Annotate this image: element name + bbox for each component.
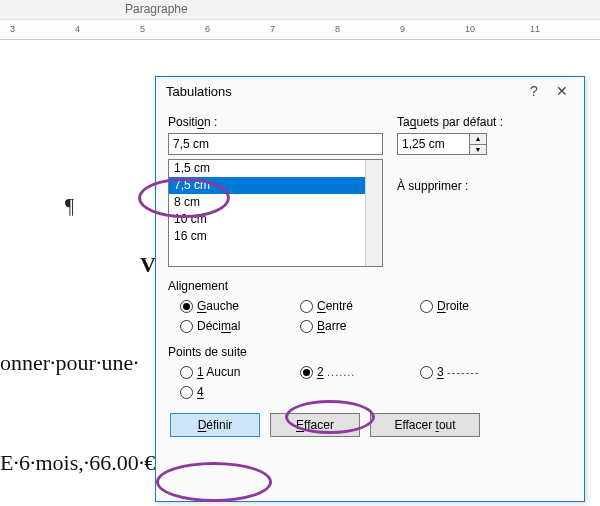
ribbon: Paragraphe bbox=[0, 0, 600, 20]
ruler-tick: 6 bbox=[205, 24, 210, 34]
clear-all-button[interactable]: Effacer tout bbox=[370, 413, 480, 437]
list-item[interactable]: 10 cm bbox=[169, 211, 382, 228]
ruler-tick: 9 bbox=[400, 24, 405, 34]
clear-button[interactable]: Effacer bbox=[270, 413, 360, 437]
spinner-down-button[interactable]: ▼ bbox=[470, 145, 486, 155]
leader-section-label: Points de suite bbox=[168, 345, 572, 359]
position-input[interactable] bbox=[168, 133, 383, 155]
radio-icon bbox=[180, 300, 193, 313]
leader-dots-radio[interactable]: 2 ....... bbox=[300, 365, 410, 379]
align-decimal-radio[interactable]: Décimal bbox=[180, 319, 290, 333]
position-listbox[interactable]: 1,5 cm 7,5 cm 8 cm 10 cm 16 cm bbox=[168, 159, 383, 267]
spinner-up-button[interactable]: ▲ bbox=[470, 134, 486, 145]
ruler-tick: 8 bbox=[335, 24, 340, 34]
default-tab-label: Taquets par défaut : bbox=[397, 115, 572, 129]
align-left-radio[interactable]: Gauche bbox=[180, 299, 290, 313]
list-item[interactable]: 1,5 cm bbox=[169, 160, 382, 177]
listbox-scrollbar[interactable] bbox=[365, 160, 382, 266]
doc-text-fragment: onner·pour·une· bbox=[0, 350, 139, 376]
dialog-titlebar[interactable]: Tabulations ? ✕ bbox=[156, 77, 584, 105]
leader-dashes-radio[interactable]: 3 ------- bbox=[420, 365, 530, 379]
alignment-section-label: Alignement bbox=[168, 279, 572, 293]
ruler-tick: 7 bbox=[270, 24, 275, 34]
list-item[interactable]: 7,5 cm bbox=[169, 177, 382, 194]
position-label: Position : bbox=[168, 115, 383, 129]
radio-icon bbox=[300, 320, 313, 333]
tabulations-dialog: Tabulations ? ✕ Position : 1,5 cm 7,5 cm… bbox=[155, 76, 585, 502]
default-tab-input[interactable] bbox=[397, 133, 469, 155]
ruler-tick: 5 bbox=[140, 24, 145, 34]
help-button[interactable]: ? bbox=[520, 83, 548, 99]
ruler-tick: 4 bbox=[75, 24, 80, 34]
close-button[interactable]: ✕ bbox=[548, 83, 576, 99]
list-item[interactable]: 8 cm bbox=[169, 194, 382, 211]
leader-none-radio[interactable]: 1 Aucun bbox=[180, 365, 290, 379]
ribbon-group-paragraph: Paragraphe bbox=[125, 2, 188, 16]
ruler-tick: 11 bbox=[530, 24, 540, 34]
dialog-title: Tabulations bbox=[164, 84, 520, 99]
ruler-tick: 10 bbox=[465, 24, 475, 34]
radio-icon bbox=[180, 366, 193, 379]
ruler-tick: 3 bbox=[10, 24, 15, 34]
to-clear-label: À supprimer : bbox=[397, 179, 572, 193]
radio-icon bbox=[420, 366, 433, 379]
list-item[interactable]: 16 cm bbox=[169, 228, 382, 245]
align-right-radio[interactable]: Droite bbox=[420, 299, 530, 313]
doc-text-fragment: V bbox=[140, 252, 156, 278]
align-center-radio[interactable]: Centré bbox=[300, 299, 410, 313]
radio-icon bbox=[420, 300, 433, 313]
radio-icon bbox=[300, 366, 313, 379]
leader-underscore-radio[interactable]: 4 bbox=[180, 385, 290, 399]
set-button[interactable]: Définir bbox=[170, 413, 260, 437]
doc-text-fragment: E·6·mois,·66.00·€ bbox=[0, 450, 155, 476]
ruler[interactable]: 3 4 5 6 7 8 9 10 11 bbox=[0, 20, 600, 40]
radio-icon bbox=[300, 300, 313, 313]
align-bar-radio[interactable]: Barre bbox=[300, 319, 410, 333]
pilcrow-mark: ¶ bbox=[65, 195, 74, 218]
radio-icon bbox=[180, 386, 193, 399]
radio-icon bbox=[180, 320, 193, 333]
